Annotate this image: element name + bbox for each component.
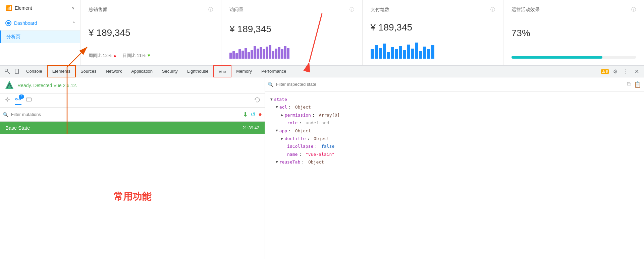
tree-row-name: name : "vue-alain" — [270, 150, 639, 158]
state-key-acl: acl — [279, 103, 287, 111]
dashboard-arrow: ^ — [73, 21, 75, 25]
filter-mutations-input[interactable] — [11, 112, 240, 117]
tree-row-app: ▼ app : Object — [270, 127, 639, 135]
state-val-role: undefined — [306, 119, 329, 127]
metric-title-3: 支付笔数 — [371, 7, 389, 13]
tree-arrow-reusetab[interactable]: ▼ — [276, 159, 278, 166]
sidebar-header: 📶 Element ∨ — [0, 0, 80, 16]
tab-network[interactable]: Network — [101, 65, 127, 77]
vue-refresh-btn[interactable] — [254, 96, 261, 105]
svg-line-1 — [8, 72, 10, 74]
tab-memory[interactable]: Memory — [231, 65, 257, 77]
filter-state-bar: 🔍 ⧉ 📋 — [265, 77, 644, 91]
download-icon[interactable]: ⬇ — [243, 111, 248, 118]
devtools-inspect-btn[interactable] — [3, 67, 12, 76]
tree-arrow-acl[interactable]: ▼ — [276, 104, 278, 111]
metric-info-icon-3[interactable]: ⓘ — [490, 7, 495, 13]
devtools-right-controls: ⚠ 8 ⚙ ⋮ ✕ — [601, 67, 641, 76]
chart-bar — [419, 51, 422, 59]
metrics-area: 总销售额 ⓘ ¥ 189,345 周同比 12% ▲ 日同比 11% ▼ — [80, 0, 644, 65]
metric-title-4: 运营活动效果 — [512, 7, 540, 13]
chart-bar — [260, 47, 262, 59]
chart-bar — [431, 45, 434, 59]
devtools-device-btn[interactable] — [12, 67, 21, 76]
state-val-reusetab: Object — [308, 158, 324, 166]
chart-bar — [263, 49, 265, 59]
annotation-area: 常用功能 — [0, 134, 265, 259]
chart-bar — [229, 53, 232, 59]
dashboard-label: Dashboard — [14, 20, 37, 26]
progress-bar-container — [512, 56, 636, 59]
tab-application[interactable]: Application — [126, 65, 157, 77]
mini-area-chart — [229, 45, 354, 59]
base-state-time: 21:39:42 — [242, 125, 259, 130]
warning-badge: ⚠ 8 — [601, 69, 609, 74]
metric-header-2: 访问量 ⓘ — [229, 7, 354, 13]
chart-bar — [391, 47, 394, 59]
vue-component-icon[interactable] — [4, 96, 11, 105]
chart-bar — [248, 52, 250, 59]
base-state-label: Base State — [5, 125, 30, 131]
metric-value-4: 73% — [512, 28, 636, 39]
chart-bar — [235, 53, 238, 59]
up-arrow-1: ▲ — [113, 53, 117, 58]
tab-security[interactable]: Security — [157, 65, 182, 77]
vue-timeline-icon[interactable]: 4 — [15, 96, 21, 105]
tab-vue[interactable]: Vue — [213, 65, 232, 77]
filter-state-input[interactable] — [276, 82, 624, 87]
record-icon[interactable]: ● — [258, 111, 262, 118]
vue-store-icon[interactable] — [25, 96, 32, 105]
metric-info-icon-1[interactable]: ⓘ — [208, 7, 213, 13]
tree-row-permission: ▶ permission : Array[0] — [270, 111, 639, 119]
chart-bar — [383, 44, 386, 59]
tab-performance[interactable]: Performance — [257, 65, 291, 77]
metric-header-1: 总销售额 ⓘ — [89, 7, 213, 13]
tree-arrow-root[interactable]: ▼ — [270, 96, 273, 103]
tab-sources[interactable]: Sources — [76, 65, 101, 77]
chart-bar — [281, 49, 283, 59]
tab-elements[interactable]: Elements — [47, 65, 76, 77]
chart-bar — [272, 51, 274, 59]
chart-bar — [379, 48, 382, 59]
settings-icon[interactable]: ⚙ — [610, 67, 620, 76]
metric-card-3: 支付笔数 ⓘ ¥ 189,345 — [363, 0, 503, 65]
copy-icon[interactable]: ⧉ — [627, 81, 631, 88]
metric-card-1: 总销售额 ⓘ ¥ 189,345 周同比 12% ▲ 日同比 11% ▼ — [80, 0, 221, 65]
metric-header-4: 运营活动效果 ⓘ — [512, 7, 636, 13]
state-val-name: "vue-alain" — [306, 150, 334, 158]
chart-bar — [232, 51, 235, 59]
chart-bar — [275, 49, 277, 59]
tree-arrow-permission[interactable]: ▶ — [281, 112, 283, 119]
state-key-root: state — [274, 95, 287, 103]
sidebar-active-item[interactable]: 分析页 — [0, 30, 80, 43]
sidebar-active-label: 分析页 — [6, 34, 20, 40]
tree-row-acl: ▼ acl : Object — [270, 103, 639, 111]
tree-arrow-app[interactable]: ▼ — [276, 127, 278, 134]
more-icon[interactable]: ⋮ — [621, 67, 631, 76]
vue-ready-text: Ready. Detected Vue 2.6.12. — [17, 83, 77, 88]
loop-icon[interactable]: ↺ — [251, 111, 256, 118]
dashboard-icon-inner — [7, 22, 10, 24]
sidebar-dashboard-item[interactable]: Dashboard ^ — [0, 16, 80, 30]
state-key-iscollapse: isCollapse — [287, 142, 313, 150]
state-colon-4: : — [288, 127, 294, 135]
state-colon-3: : — [299, 119, 304, 127]
metric-info-icon-2[interactable]: ⓘ — [350, 7, 354, 13]
tab-console[interactable]: Console — [21, 65, 47, 77]
tree-arrow-doctitle[interactable]: ▶ — [281, 135, 283, 142]
state-val-app: Object — [295, 127, 311, 135]
metric-title-1: 总销售额 — [89, 7, 107, 13]
state-val-doctitle: Object — [314, 135, 329, 142]
state-colon-6: : — [315, 142, 320, 150]
metric-info-icon-4[interactable]: ⓘ — [631, 7, 636, 13]
close-icon[interactable]: ✕ — [632, 67, 641, 76]
chart-bar — [399, 46, 402, 59]
state-val-iscollapse: false — [321, 142, 334, 150]
base-state-row[interactable]: Base State 21:39:42 — [0, 122, 265, 134]
tab-lighthouse[interactable]: Lighthouse — [182, 65, 213, 77]
metric-footer-1: 周同比 12% ▲ 日同比 11% ▼ — [89, 53, 213, 59]
chart-bar — [284, 46, 286, 59]
tree-row-root: ▼ state — [270, 95, 639, 103]
chart-bar — [415, 43, 418, 59]
paste-icon[interactable]: 📋 — [634, 81, 641, 88]
